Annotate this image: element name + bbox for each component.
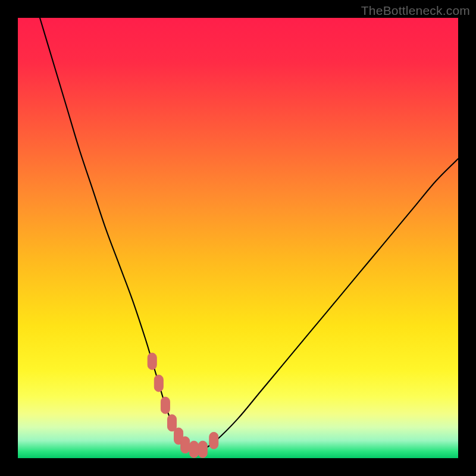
trough-marker: [154, 375, 163, 392]
trough-marker: [181, 437, 190, 453]
watermark-text: TheBottleneck.com: [361, 4, 470, 18]
trough-marker: [168, 415, 177, 431]
trough-marker: [190, 441, 199, 458]
plot-area: [18, 18, 458, 458]
trough-marker: [161, 397, 170, 414]
trough-marker: [198, 441, 207, 458]
bottleneck-curve: [40, 18, 458, 450]
trough-marker: [148, 353, 156, 369]
trough-marker: [209, 432, 218, 449]
chart-frame: TheBottleneck.com: [0, 0, 476, 476]
trough-markers: [148, 353, 218, 458]
curve-layer: [18, 18, 458, 458]
